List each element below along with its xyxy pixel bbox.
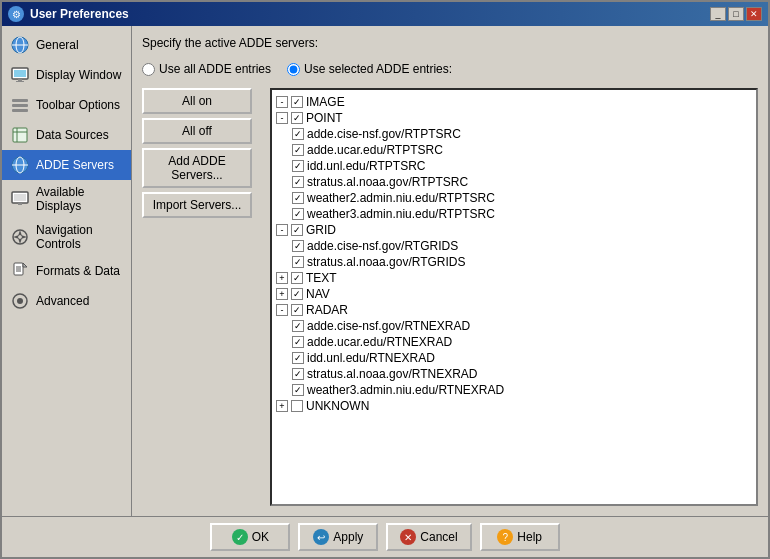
expand-text[interactable]: + xyxy=(276,272,288,284)
sidebar-label-advanced: Advanced xyxy=(36,294,89,308)
radio-use-all-label[interactable]: Use all ADDE entries xyxy=(142,62,271,76)
expand-grid[interactable]: - xyxy=(276,224,288,236)
sidebar-item-toolbar-options[interactable]: Toolbar Options xyxy=(2,90,131,120)
sidebar-item-display-window[interactable]: Display Window xyxy=(2,60,131,90)
sidebar-label-navigation: Navigation Controls xyxy=(36,223,123,251)
tree-item-unknown[interactable]: + UNKNOWN xyxy=(276,398,752,414)
tree-item-radar3[interactable]: idd.unl.edu/RTNEXRAD xyxy=(292,350,752,366)
sidebar-label-toolbar: Toolbar Options xyxy=(36,98,120,112)
instruction-text: Specify the active ADDE servers: xyxy=(142,36,758,50)
tree-item-radar4[interactable]: stratus.al.noaa.gov/RTNEXRAD xyxy=(292,366,752,382)
adde-servers-icon xyxy=(10,155,30,175)
tree-item-radar[interactable]: - RADAR xyxy=(276,302,752,318)
radio-use-all-text: Use all ADDE entries xyxy=(159,62,271,76)
label-grid: GRID xyxy=(306,223,336,237)
tree-item-point2[interactable]: adde.ucar.edu/RTPTSRC xyxy=(292,142,752,158)
label-radar5: weather3.admin.niu.edu/RTNEXRAD xyxy=(307,383,504,397)
checkbox-radar3[interactable] xyxy=(292,352,304,364)
tree-item-point[interactable]: - POINT xyxy=(276,110,752,126)
tree-item-nav[interactable]: + NAV xyxy=(276,286,752,302)
radio-use-selected[interactable] xyxy=(287,63,300,76)
expand-nav[interactable]: + xyxy=(276,288,288,300)
radio-use-selected-label[interactable]: Use selected ADDE entries: xyxy=(287,62,452,76)
checkbox-radar1[interactable] xyxy=(292,320,304,332)
maximize-button[interactable]: □ xyxy=(728,7,744,21)
title-text: User Preferences xyxy=(30,7,129,21)
sidebar-label-data-sources: Data Sources xyxy=(36,128,109,142)
cancel-button[interactable]: ✕ Cancel xyxy=(386,523,471,551)
label-radar4: stratus.al.noaa.gov/RTNEXRAD xyxy=(307,367,478,381)
expand-radar[interactable]: - xyxy=(276,304,288,316)
checkbox-point3[interactable] xyxy=(292,160,304,172)
sidebar-item-navigation-controls[interactable]: Navigation Controls xyxy=(2,218,131,256)
checkbox-text[interactable] xyxy=(291,272,303,284)
label-radar3: idd.unl.edu/RTNEXRAD xyxy=(307,351,435,365)
checkbox-point4[interactable] xyxy=(292,176,304,188)
tree-item-point1[interactable]: adde.cise-nsf.gov/RTPTSRC xyxy=(292,126,752,142)
tree-item-radar2[interactable]: adde.ucar.edu/RTNEXRAD xyxy=(292,334,752,350)
sidebar-label-display: Display Window xyxy=(36,68,121,82)
checkbox-grid1[interactable] xyxy=(292,240,304,252)
checkbox-point6[interactable] xyxy=(292,208,304,220)
tree-item-grid2[interactable]: stratus.al.noaa.gov/RTGRIDS xyxy=(292,254,752,270)
tree-item-point6[interactable]: weather3.admin.niu.edu/RTPTSRC xyxy=(292,206,752,222)
label-text: TEXT xyxy=(306,271,337,285)
tree-panel[interactable]: - IMAGE - POINT adde.cise-nsf.gov/RTPTSR… xyxy=(270,88,758,506)
sidebar-item-advanced[interactable]: Advanced xyxy=(2,286,131,316)
all-off-button[interactable]: All off xyxy=(142,118,252,144)
checkbox-nav[interactable] xyxy=(291,288,303,300)
ok-button[interactable]: ✓ OK xyxy=(210,523,290,551)
label-radar2: adde.ucar.edu/RTNEXRAD xyxy=(307,335,452,349)
tree-item-point5[interactable]: weather2.admin.niu.edu/RTPTSRC xyxy=(292,190,752,206)
tree-item-radar1[interactable]: adde.cise-nsf.gov/RTNEXRAD xyxy=(292,318,752,334)
label-point4: stratus.al.noaa.gov/RTPTSRC xyxy=(307,175,468,189)
main-content: Specify the active ADDE servers: Use all… xyxy=(132,26,768,516)
available-displays-icon xyxy=(10,189,30,209)
checkbox-grid2[interactable] xyxy=(292,256,304,268)
expand-image[interactable]: - xyxy=(276,96,288,108)
sidebar-label-available-displays: Available Displays xyxy=(36,185,123,213)
radio-row: Use all ADDE entries Use selected ADDE e… xyxy=(142,62,758,76)
sidebar-item-available-displays[interactable]: Available Displays xyxy=(2,180,131,218)
tree-item-image[interactable]: - IMAGE xyxy=(276,94,752,110)
sidebar-item-data-sources[interactable]: Data Sources xyxy=(2,120,131,150)
tree-item-radar5[interactable]: weather3.admin.niu.edu/RTNEXRAD xyxy=(292,382,752,398)
expand-point[interactable]: - xyxy=(276,112,288,124)
checkbox-radar[interactable] xyxy=(291,304,303,316)
checkbox-radar4[interactable] xyxy=(292,368,304,380)
radio-use-all[interactable] xyxy=(142,63,155,76)
expand-unknown[interactable]: + xyxy=(276,400,288,412)
checkbox-grid[interactable] xyxy=(291,224,303,236)
svg-marker-25 xyxy=(23,263,27,267)
tree-item-text[interactable]: + TEXT xyxy=(276,270,752,286)
tree-item-grid[interactable]: - GRID xyxy=(276,222,752,238)
help-button[interactable]: ? Help xyxy=(480,523,560,551)
label-point6: weather3.admin.niu.edu/RTPTSRC xyxy=(307,207,495,221)
svg-rect-5 xyxy=(18,79,22,81)
sidebar-item-formats-data[interactable]: Formats & Data xyxy=(2,256,131,286)
svg-rect-7 xyxy=(12,99,28,102)
add-adde-button[interactable]: Add ADDE Servers... xyxy=(142,148,252,188)
checkbox-point2[interactable] xyxy=(292,144,304,156)
close-button[interactable]: ✕ xyxy=(746,7,762,21)
left-panel: All on All off Add ADDE Servers... Impor… xyxy=(142,88,262,506)
minimize-button[interactable]: _ xyxy=(710,7,726,21)
checkbox-radar5[interactable] xyxy=(292,384,304,396)
tree-item-point4[interactable]: stratus.al.noaa.gov/RTPTSRC xyxy=(292,174,752,190)
checkbox-image[interactable] xyxy=(291,96,303,108)
apply-button[interactable]: ↩ Apply xyxy=(298,523,378,551)
checkbox-point5[interactable] xyxy=(292,192,304,204)
checkbox-point[interactable] xyxy=(291,112,303,124)
toolbar-icon xyxy=(10,95,30,115)
svg-rect-8 xyxy=(12,104,28,107)
checkbox-radar2[interactable] xyxy=(292,336,304,348)
all-on-button[interactable]: All on xyxy=(142,88,252,114)
tree-item-point3[interactable]: idd.unl.edu/RTPTSRC xyxy=(292,158,752,174)
checkbox-point1[interactable] xyxy=(292,128,304,140)
import-servers-button[interactable]: Import Servers... xyxy=(142,192,252,218)
sidebar-item-general[interactable]: General xyxy=(2,30,131,60)
svg-point-31 xyxy=(17,298,23,304)
tree-item-grid1[interactable]: adde.cise-nsf.gov/RTGRIDS xyxy=(292,238,752,254)
sidebar-item-adde-servers[interactable]: ADDE Servers xyxy=(2,150,131,180)
checkbox-unknown[interactable] xyxy=(291,400,303,412)
